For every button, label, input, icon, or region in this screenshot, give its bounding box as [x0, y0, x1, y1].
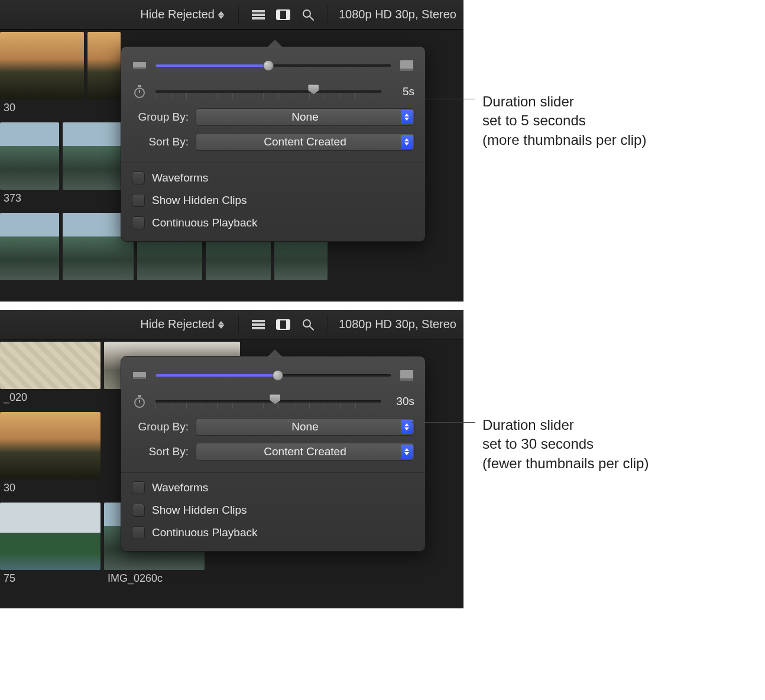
format-label: 1080p HD 30p, Stereo — [339, 8, 456, 21]
example-panel-5s: Hide Rejected 1080p HD 30p, Stereo 30 37… — [0, 0, 463, 302]
sort-by-label: Sort By: — [132, 135, 189, 148]
clip-height-slider[interactable] — [155, 368, 391, 383]
continuous-playback-label: Continuous Playback — [152, 526, 258, 539]
annotation-callout-bottom: Duration slider set to 30 seconds (fewer… — [482, 416, 649, 473]
waveforms-checkbox[interactable] — [132, 171, 145, 184]
continuous-playback-checkbox[interactable] — [132, 216, 145, 229]
separator — [328, 315, 328, 334]
list-view-button[interactable] — [248, 6, 268, 24]
callout-line: set to 5 seconds — [482, 111, 646, 130]
svg-rect-2 — [252, 17, 265, 20]
sort-by-select[interactable]: Content Created — [196, 133, 414, 151]
sort-by-label: Sort By: — [132, 445, 189, 458]
svg-rect-20 — [286, 320, 290, 329]
clip-appearance-popover: 30s Group By: None Sort By: Content Crea… — [121, 356, 426, 552]
clip-thumbnail[interactable] — [0, 213, 59, 280]
leader-line — [411, 422, 475, 423]
select-stepper-icon — [401, 135, 413, 149]
continuous-playback-checkbox[interactable] — [132, 526, 145, 539]
divider — [121, 163, 425, 163]
clip-label: 75 — [0, 570, 104, 591]
clip-thumbnail[interactable] — [0, 122, 59, 190]
clip-filter-menu[interactable]: Hide Rejected — [140, 317, 224, 331]
show-hidden-label: Show Hidden Clips — [152, 504, 247, 517]
browser-toolbar: Hide Rejected 1080p HD 30p, Stereo — [0, 310, 463, 339]
annotation-callout-top: Duration slider set to 5 seconds (more t… — [482, 92, 646, 150]
clip-appearance-button[interactable] — [273, 316, 293, 333]
duration-slider[interactable] — [155, 85, 381, 99]
sort-by-value: Content Created — [264, 445, 346, 458]
clip-appearance-popover: 5s Group By: None Sort By: Content Creat… — [121, 46, 426, 242]
separator — [328, 5, 328, 24]
select-stepper-icon — [401, 445, 413, 459]
chevron-updown-icon — [218, 321, 224, 329]
svg-rect-24 — [133, 377, 146, 379]
group-by-select[interactable]: None — [196, 418, 414, 436]
svg-rect-15 — [252, 320, 265, 322]
clip-height-slider[interactable] — [155, 59, 391, 73]
duration-value: 30s — [390, 395, 414, 408]
svg-rect-1 — [252, 14, 265, 16]
show-hidden-checkbox[interactable] — [132, 504, 145, 517]
svg-rect-17 — [252, 327, 265, 329]
svg-line-22 — [310, 326, 313, 330]
svg-rect-19 — [277, 320, 280, 329]
list-view-button[interactable] — [248, 316, 268, 333]
group-by-label: Group By: — [132, 111, 189, 124]
show-hidden-label: Show Hidden Clips — [152, 194, 247, 207]
filmstrip-small-icon — [132, 62, 147, 69]
callout-line: Duration slider — [482, 416, 649, 435]
svg-line-7 — [310, 17, 313, 20]
svg-rect-26 — [400, 378, 413, 381]
svg-rect-29 — [138, 395, 141, 397]
search-button[interactable] — [298, 6, 318, 24]
svg-rect-0 — [252, 10, 265, 12]
callout-line: set to 30 seconds — [482, 435, 649, 453]
clip-filter-label: Hide Rejected — [140, 317, 215, 331]
divider — [121, 472, 425, 473]
search-button[interactable] — [298, 316, 318, 333]
svg-rect-5 — [286, 10, 290, 20]
chevron-updown-icon — [218, 11, 224, 19]
clip-appearance-button[interactable] — [273, 6, 293, 24]
clip-thumbnail[interactable] — [0, 32, 84, 99]
sort-by-value: Content Created — [264, 135, 346, 148]
separator — [238, 315, 239, 334]
example-panel-30s: Hide Rejected 1080p HD 30p, Stereo _020 … — [0, 310, 463, 608]
stopwatch-icon — [132, 85, 147, 98]
callout-line: (more thumbnails per clip) — [482, 131, 646, 150]
select-stepper-icon — [401, 110, 413, 124]
duration-slider[interactable] — [155, 394, 381, 409]
clip-thumbnail[interactable] — [0, 503, 101, 570]
group-by-value: None — [291, 111, 318, 124]
clip-thumbnail[interactable] — [63, 122, 122, 190]
clip-thumbnail[interactable] — [0, 342, 101, 389]
leader-line — [406, 99, 475, 99]
callout-line: Duration slider — [482, 92, 646, 111]
svg-rect-4 — [277, 10, 280, 20]
filmstrip-large-icon — [399, 370, 414, 381]
format-label: 1080p HD 30p, Stereo — [339, 317, 456, 331]
group-by-select[interactable]: None — [196, 108, 414, 126]
svg-point-21 — [303, 320, 310, 327]
sort-by-select[interactable]: Content Created — [196, 443, 414, 461]
waveforms-label: Waveforms — [152, 171, 208, 184]
clip-label: IMG_0260c — [104, 570, 166, 591]
group-by-label: Group By: — [132, 420, 189, 433]
continuous-playback-label: Continuous Playback — [152, 216, 258, 229]
filmstrip-small-icon — [132, 372, 147, 379]
stopwatch-icon — [132, 395, 147, 408]
clip-thumbnail[interactable] — [87, 32, 121, 99]
svg-rect-11 — [400, 69, 413, 71]
svg-point-6 — [303, 10, 310, 17]
clip-filter-menu[interactable]: Hide Rejected — [140, 8, 224, 21]
browser-toolbar: Hide Rejected 1080p HD 30p, Stereo — [0, 0, 463, 30]
waveforms-checkbox[interactable] — [132, 481, 145, 494]
group-by-value: None — [291, 420, 318, 433]
clip-thumbnail[interactable] — [0, 412, 101, 479]
show-hidden-checkbox[interactable] — [132, 194, 145, 207]
svg-rect-9 — [133, 67, 146, 69]
separator — [238, 5, 239, 24]
select-stepper-icon — [401, 420, 413, 434]
waveforms-label: Waveforms — [152, 481, 208, 494]
